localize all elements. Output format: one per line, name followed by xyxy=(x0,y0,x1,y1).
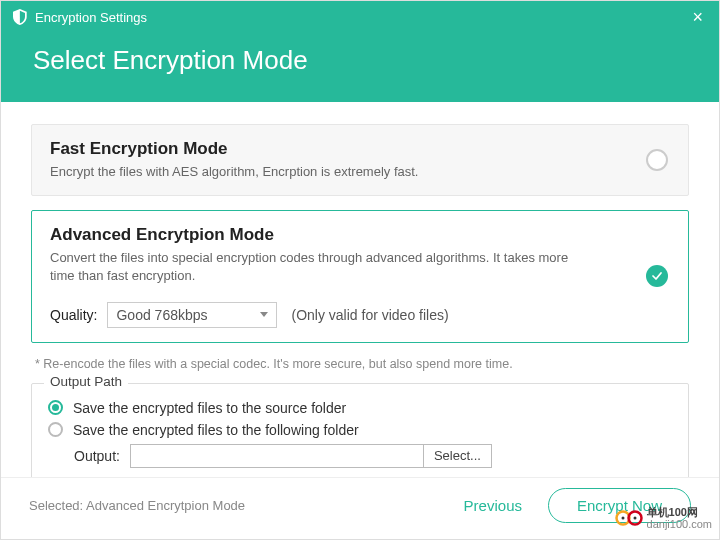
check-icon xyxy=(651,270,663,282)
close-icon[interactable]: × xyxy=(688,8,707,26)
reencode-footnote: * Re-encode the files with a special cod… xyxy=(35,357,685,371)
mode-fast-desc: Encrypt the files with AES algorithm, En… xyxy=(50,163,590,181)
output-option-source-label: Save the encrypted files to the source f… xyxy=(73,400,346,416)
mode-fast-title: Fast Encryption Mode xyxy=(50,139,670,159)
output-option-source-radio[interactable] xyxy=(48,400,63,415)
output-path-input[interactable] xyxy=(130,444,424,468)
mode-fast-card[interactable]: Fast Encryption Mode Encrypt the files w… xyxy=(31,124,689,196)
mode-fast-radio[interactable] xyxy=(646,149,668,171)
encrypt-now-button[interactable]: Encrypt Now xyxy=(548,488,691,523)
selected-mode-text: Selected: Advanced Encrytpion Mode xyxy=(29,498,245,513)
window-title: Encryption Settings xyxy=(35,10,147,25)
output-option-custom[interactable]: Save the encrypted files to the followin… xyxy=(48,422,672,438)
select-folder-button[interactable]: Select... xyxy=(424,444,492,468)
mode-advanced-radio[interactable] xyxy=(646,265,668,287)
output-option-custom-label: Save the encrypted files to the followin… xyxy=(73,422,359,438)
shield-icon xyxy=(13,9,27,25)
quality-note: (Only valid for video files) xyxy=(291,307,448,323)
page-title: Select Encryption Mode xyxy=(33,45,687,76)
quality-select[interactable]: Good 768kbps xyxy=(107,302,277,328)
footer: Selected: Advanced Encrytpion Mode Previ… xyxy=(1,477,719,539)
mode-advanced-card[interactable]: Advanced Encrytpion Mode Convert the fil… xyxy=(31,210,689,342)
output-path-legend: Output Path xyxy=(44,374,128,389)
header: Select Encryption Mode xyxy=(1,33,719,102)
output-path-group: Output Path Save the encrypted files to … xyxy=(31,383,689,477)
quality-value: Good 768kbps xyxy=(116,307,207,323)
mode-advanced-desc: Convert the files into special encryptio… xyxy=(50,249,590,285)
quality-label: Quality: xyxy=(50,307,97,323)
chevron-down-icon xyxy=(260,312,268,317)
titlebar: Encryption Settings × xyxy=(1,1,719,33)
mode-advanced-title: Advanced Encrytpion Mode xyxy=(50,225,670,245)
previous-button[interactable]: Previous xyxy=(464,497,522,514)
output-option-custom-radio[interactable] xyxy=(48,422,63,437)
output-option-source[interactable]: Save the encrypted files to the source f… xyxy=(48,400,672,416)
output-field-label: Output: xyxy=(74,448,120,464)
